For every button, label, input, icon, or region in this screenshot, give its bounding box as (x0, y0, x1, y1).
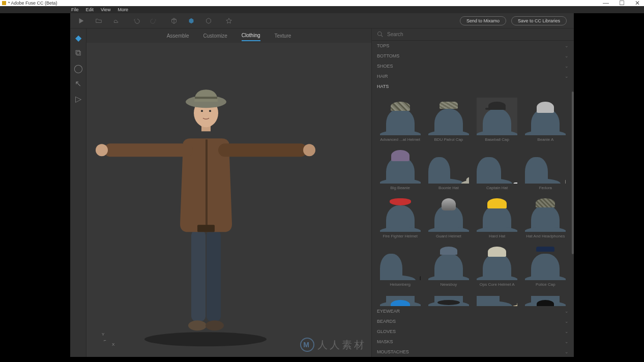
tab-clothing[interactable]: Clothing (242, 31, 260, 41)
hat-item[interactable] (427, 296, 471, 306)
menubar: File Edit View More (0, 6, 644, 13)
svg-rect-7 (218, 143, 307, 157)
send-to-mixamo-button[interactable]: Send to Mixamo (460, 16, 506, 25)
hat-thumbnail (380, 146, 421, 184)
tool-undo-icon[interactable] (132, 17, 140, 25)
hat-item[interactable]: Hat And Headphones (523, 194, 567, 238)
category-hair[interactable]: HAIR ⌄ (372, 71, 574, 81)
tool-arrow-icon[interactable] (77, 17, 85, 25)
category-eyewear[interactable]: EYEWEAR ⌄ (372, 306, 574, 316)
hat-label: Beanie A (524, 137, 567, 142)
svg-rect-6 (104, 143, 193, 157)
hat-label: Police Cap (524, 282, 567, 287)
category-label: HAIR (377, 74, 388, 79)
hat-label: Captain Hat (476, 186, 518, 190)
svg-point-8 (96, 144, 108, 156)
hat-item[interactable]: Heisenberg (378, 243, 422, 287)
hat-label: Ops Core Helmet A (476, 282, 518, 287)
hat-item[interactable]: Fire Fighter Helmet (378, 194, 422, 238)
hat-item[interactable]: Guard Helmet (427, 194, 471, 238)
search-icon (377, 30, 383, 39)
hat-item[interactable]: Hard Hat (475, 194, 519, 238)
hat-thumbnail (477, 243, 517, 280)
hat-item[interactable]: Captain Hat (475, 146, 519, 190)
hat-item[interactable]: Ops Core Helmet A (475, 243, 519, 287)
minimize-button[interactable]: — (603, 0, 609, 7)
category-list: TOPS ⌄ BOTTOMS ⌄ SHOES ⌄ HAIR ⌄ HATS (372, 41, 574, 357)
category-tops[interactable]: TOPS ⌄ (372, 41, 574, 51)
chevron-down-icon: ⌄ (565, 53, 569, 58)
maximize-button[interactable]: ☐ (619, 0, 625, 7)
hats-partial-row (372, 293, 574, 306)
chevron-down-icon: ⌄ (565, 319, 569, 324)
sidetool-diamond-icon[interactable]: ◆ (74, 34, 82, 42)
hat-item[interactable]: Newsboy (427, 243, 471, 287)
hat-item[interactable]: Advanced ...at Helmet (378, 98, 422, 142)
hat-item[interactable] (475, 296, 519, 306)
hat-thumbnail (525, 146, 566, 184)
search-input[interactable] (387, 32, 569, 37)
menu-file[interactable]: File (71, 7, 79, 12)
hat-label: Guard Helmet (427, 234, 470, 238)
tool-cloud-icon[interactable] (112, 17, 120, 25)
hat-thumbnail (428, 146, 469, 184)
viewport-area: Assemble Customize Clothing Texture (86, 28, 371, 357)
hat-item[interactable]: Fedora (523, 146, 567, 190)
tab-customize[interactable]: Customize (203, 31, 227, 41)
menu-view[interactable]: View (101, 7, 110, 12)
category-masks[interactable]: MASKS ⌄ (372, 337, 574, 347)
category-label: MASKS (377, 339, 393, 344)
hat-item[interactable]: Big Beanie (378, 146, 422, 190)
hat-thumbnail (525, 296, 566, 306)
tool-cube-outline-icon[interactable] (204, 17, 213, 25)
toolbar: Send to Mixamo Save to CC Libraries (70, 13, 574, 28)
category-label: TOPS (377, 43, 389, 48)
chevron-down-icon: ⌄ (565, 74, 569, 79)
tool-redo-icon[interactable] (150, 17, 158, 25)
viewport-3d[interactable]: Y ⌐ X M 人人素材 (86, 43, 371, 357)
close-button[interactable]: ✕ (635, 0, 640, 7)
chevron-down-icon: ⌄ (565, 339, 569, 344)
hat-thumbnail (428, 243, 469, 280)
svg-point-9 (303, 144, 315, 156)
tab-texture[interactable]: Texture (275, 31, 291, 41)
hat-item[interactable]: Boonie Hat (427, 146, 471, 190)
category-label: HATS (377, 84, 389, 89)
hat-item[interactable] (523, 296, 567, 306)
app-frame: Send to Mixamo Save to CC Libraries ◆ ⧉ … (70, 13, 574, 357)
window-title: * Adobe Fuse CC (Beta) (8, 1, 57, 6)
hat-label: Newsboy (427, 282, 470, 287)
svg-point-0 (144, 332, 267, 346)
hat-item[interactable]: Baseball Cap (475, 98, 519, 142)
sidetool-play-icon[interactable]: ▷ (74, 95, 82, 103)
hat-thumbnail (380, 194, 421, 232)
tool-star-icon[interactable] (225, 17, 233, 25)
category-beards[interactable]: BEARDS ⌄ (372, 316, 574, 326)
category-bottoms[interactable]: BOTTOMS ⌄ (372, 51, 574, 61)
menu-more[interactable]: More (118, 7, 128, 12)
sidetool-pointer-icon[interactable]: ↖ (74, 79, 82, 87)
category-shoes[interactable]: SHOES ⌄ (372, 61, 574, 71)
sidetool-circle-icon[interactable]: ◯ (74, 64, 82, 72)
scrollbar-thumb[interactable] (572, 92, 574, 254)
app-icon (2, 1, 6, 5)
side-toolbar: ◆ ⧉ ◯ ↖ ▷ (70, 28, 86, 357)
hat-item[interactable]: Police Cap (523, 243, 567, 287)
hat-label: Boonie Hat (427, 186, 470, 190)
save-to-cc-button[interactable]: Save to CC Libraries (511, 16, 567, 25)
sidetool-link-icon[interactable]: ⧉ (74, 49, 82, 57)
tool-cube-blue-icon[interactable] (187, 17, 195, 25)
tool-cube-icon[interactable] (170, 17, 178, 25)
hat-label: Baseball Cap (476, 137, 518, 142)
chevron-down-icon: ⌄ (565, 64, 569, 69)
hat-item[interactable]: Beanie A (523, 98, 567, 142)
tab-assemble[interactable]: Assemble (167, 31, 189, 41)
watermark: M 人人素材 (300, 338, 366, 352)
hat-item[interactable] (378, 296, 422, 306)
category-hats[interactable]: HATS (372, 81, 574, 92)
hat-item[interactable]: BDU Patrol Cap (427, 98, 471, 142)
menu-edit[interactable]: Edit (86, 7, 94, 12)
category-gloves[interactable]: GLOVES ⌄ (372, 326, 574, 337)
tool-folder-icon[interactable] (95, 17, 103, 25)
category-moustaches[interactable]: MOUSTACHES ⌄ (372, 347, 574, 357)
